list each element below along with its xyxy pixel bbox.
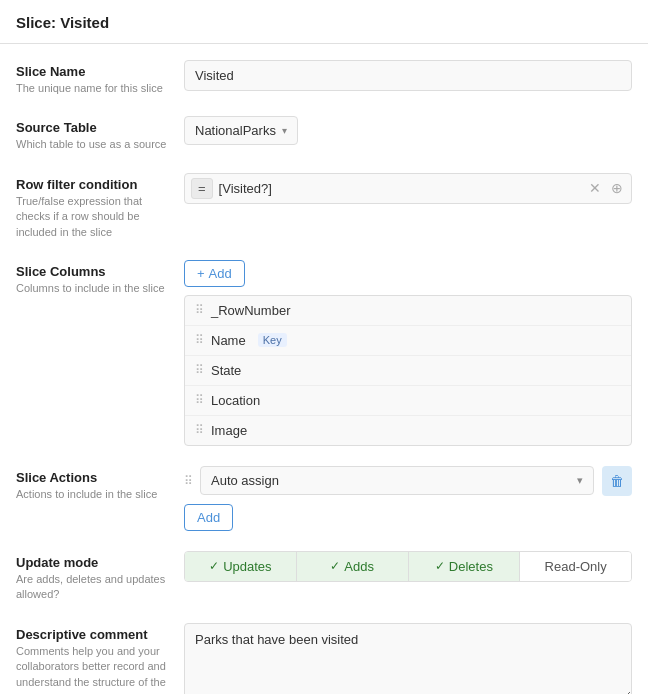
trash-icon: 🗑 [610, 473, 624, 489]
add-column-label: Add [209, 266, 232, 281]
row-filter-value-input[interactable] [219, 181, 581, 196]
source-table-label: Source Table [16, 120, 172, 135]
row-filter-formula-icon[interactable]: ⊕ [609, 178, 625, 198]
action-select-arrow: ▾ [577, 474, 583, 487]
action-select[interactable]: Auto assign ▾ [200, 466, 594, 495]
action-select-value: Auto assign [211, 473, 573, 488]
col-name-label: Image [211, 423, 247, 438]
comment-hint: Comments help you and your collaborators… [16, 644, 172, 694]
slice-name-row: Slice Name The unique name for this slic… [16, 60, 632, 96]
row-filter-hint: True/false expression that checks if a r… [16, 194, 172, 240]
add-action-button[interactable]: Add [184, 504, 233, 531]
col-drag-handle[interactable]: ⠿ [195, 363, 203, 377]
slice-actions-label-col: Slice Actions Actions to include in the … [16, 466, 184, 502]
comment-control [184, 623, 632, 694]
source-table-select[interactable]: NationalParks ▾ [184, 116, 298, 145]
update-mode-button[interactable]: ✓Adds [297, 552, 409, 581]
slice-columns-label-col: Slice Columns Columns to include in the … [16, 260, 184, 296]
row-filter-control: = ✕ ⊕ [184, 173, 632, 204]
columns-list: ⠿ _RowNumber ⠿ Name Key ⠿ State ⠿ Locati… [184, 295, 632, 446]
slice-columns-label: Slice Columns [16, 264, 172, 279]
mode-label: Deletes [449, 559, 493, 574]
update-mode-buttons: ✓Updates✓Adds✓DeletesRead-Only [184, 551, 632, 582]
slice-name-control [184, 60, 632, 91]
col-drag-handle[interactable]: ⠿ [195, 393, 203, 407]
table-row: ⠿ Location [185, 386, 631, 416]
col-drag-handle[interactable]: ⠿ [195, 303, 203, 317]
col-drag-handle[interactable]: ⠿ [195, 423, 203, 437]
slice-actions-label: Slice Actions [16, 470, 172, 485]
mode-label: Adds [344, 559, 374, 574]
slice-columns-control: + Add ⠿ _RowNumber ⠿ Name Key ⠿ State ⠿ … [184, 260, 632, 446]
col-name-label: Name [211, 333, 246, 348]
update-mode-label-col: Update mode Are adds, deletes and update… [16, 551, 184, 603]
action-drag-handle[interactable]: ⠿ [184, 474, 192, 488]
row-filter-clear-icon[interactable]: ✕ [587, 179, 603, 197]
row-filter-label-col: Row filter condition True/false expressi… [16, 173, 184, 240]
update-mode-row: Update mode Are adds, deletes and update… [16, 551, 632, 603]
comment-row: Descriptive comment Comments help you an… [16, 623, 632, 694]
comment-label: Descriptive comment [16, 627, 172, 642]
slice-actions-row: Slice Actions Actions to include in the … [16, 466, 632, 531]
slice-name-label-col: Slice Name The unique name for this slic… [16, 60, 184, 96]
check-icon: ✓ [435, 559, 445, 573]
check-icon: ✓ [209, 559, 219, 573]
table-row: ⠿ State [185, 356, 631, 386]
source-table-hint: Which table to use as a source [16, 137, 172, 152]
row-filter-row: Row filter condition True/false expressi… [16, 173, 632, 240]
plus-icon: + [197, 266, 205, 281]
comment-label-col: Descriptive comment Comments help you an… [16, 623, 184, 694]
update-mode-label: Update mode [16, 555, 172, 570]
row-filter-operator[interactable]: = [191, 178, 213, 199]
add-column-button[interactable]: + Add [184, 260, 245, 287]
slice-name-input[interactable] [184, 60, 632, 91]
source-table-label-col: Source Table Which table to use as a sou… [16, 116, 184, 152]
action-input-row: ⠿ Auto assign ▾ 🗑 [184, 466, 632, 496]
table-row: ⠿ Image [185, 416, 631, 445]
slice-name-label: Slice Name [16, 64, 172, 79]
table-row: ⠿ _RowNumber [185, 296, 631, 326]
row-filter-input-row: = ✕ ⊕ [184, 173, 632, 204]
col-name-label: _RowNumber [211, 303, 290, 318]
add-action-label: Add [197, 510, 220, 525]
table-row: ⠿ Name Key [185, 326, 631, 356]
col-name-label: Location [211, 393, 260, 408]
update-mode-button[interactable]: ✓Updates [185, 552, 297, 581]
update-mode-control: ✓Updates✓Adds✓DeletesRead-Only [184, 551, 632, 582]
key-badge: Key [258, 333, 287, 347]
delete-action-button[interactable]: 🗑 [602, 466, 632, 496]
slice-actions-hint: Actions to include in the slice [16, 487, 172, 502]
update-mode-button[interactable]: ✓Deletes [409, 552, 521, 581]
source-table-value: NationalParks [195, 123, 276, 138]
check-icon: ✓ [330, 559, 340, 573]
slice-actions-control: ⠿ Auto assign ▾ 🗑 Add [184, 466, 632, 531]
source-table-control: NationalParks ▾ [184, 116, 632, 145]
mode-label: Read-Only [545, 559, 607, 574]
slice-columns-row: Slice Columns Columns to include in the … [16, 260, 632, 446]
comment-textarea[interactable] [184, 623, 632, 694]
source-table-row: Source Table Which table to use as a sou… [16, 116, 632, 152]
source-table-arrow: ▾ [282, 125, 287, 136]
slice-columns-hint: Columns to include in the slice [16, 281, 172, 296]
slice-name-hint: The unique name for this slice [16, 81, 172, 96]
update-mode-button[interactable]: Read-Only [520, 552, 631, 581]
update-mode-hint: Are adds, deletes and updates allowed? [16, 572, 172, 603]
row-filter-label: Row filter condition [16, 177, 172, 192]
mode-label: Updates [223, 559, 271, 574]
col-drag-handle[interactable]: ⠿ [195, 333, 203, 347]
col-name-label: State [211, 363, 241, 378]
page-title: Slice: Visited [0, 0, 648, 44]
